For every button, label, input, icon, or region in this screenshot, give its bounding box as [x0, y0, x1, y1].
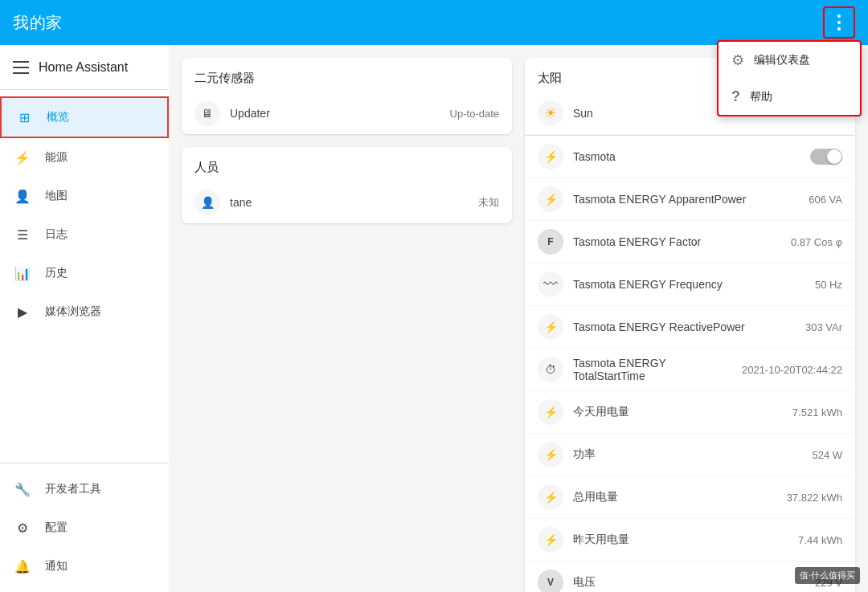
page-title: 我的家 [13, 12, 63, 34]
start-time-label: Tasmota ENERGY TotalStartTime [573, 357, 732, 382]
more-options-button[interactable] [823, 6, 855, 39]
main-layout: Home Assistant ⊞ 概览 ⚡ 能源 👤 地图 ☰ 日志 📊 历史 [0, 45, 868, 592]
reactive-power-value: 303 VAr [805, 321, 842, 333]
reactive-power-icon: ⚡ [538, 314, 563, 340]
map-icon: 👤 [13, 186, 32, 206]
energy-factor-value: 0.87 Cos φ [791, 236, 842, 248]
tane-label: tane [230, 196, 469, 209]
energy-factor-row: F Tasmota ENERGY Factor 0.87 Cos φ [525, 221, 855, 263]
sidebar-item-energy[interactable]: ⚡ 能源 [0, 138, 169, 177]
notifications-icon: 🔔 [13, 557, 32, 576]
today-energy-label: 今天用电量 [573, 405, 783, 419]
edit-dashboard-label: 编辑仪表盘 [754, 53, 810, 67]
sidebar-item-history[interactable]: 📊 历史 [0, 254, 169, 292]
sidebar-item-config[interactable]: ⚙ 配置 [0, 508, 169, 547]
sidebar-header: Home Assistant [0, 45, 169, 90]
tane-row: 👤 tane 未知 [182, 182, 512, 223]
left-column: 二元传感器 🖥 Updater Up-to-date 人员 👤 tane 未知 [182, 58, 512, 592]
help-label: 帮助 [750, 90, 772, 104]
frequency-row: 〰 Tasmota ENERGY Frequency 50 Hz [525, 263, 855, 306]
sidebar-item-media[interactable]: ▶ 媒体浏览器 [0, 292, 169, 331]
energy-label: 能源 [45, 150, 68, 165]
hamburger-button[interactable] [13, 61, 29, 74]
start-time-icon: ⏱ [538, 357, 563, 382]
gear-icon: ⚙ [731, 51, 744, 69]
edit-dashboard-item[interactable]: ⚙ 编辑仪表盘 [719, 42, 860, 79]
updater-label: Updater [230, 107, 440, 120]
config-icon: ⚙ [13, 518, 32, 537]
right-column: 太阳 ☀ Sun ⚡ Tasmota ⚡ Tasmota ENERGY Appa… [525, 58, 855, 592]
sun-icon: ☀ [538, 100, 563, 126]
power-label: 功率 [573, 447, 802, 462]
tasmota-toggle-row: ⚡ Tasmota [525, 136, 855, 178]
frequency-icon: 〰 [538, 272, 563, 297]
apparent-power-row: ⚡ Tasmota ENERGY ApparentPower 606 VA [525, 178, 855, 221]
overview-label: 概览 [47, 110, 69, 125]
sidebar-bottom: 🔧 开发者工具 ⚙ 配置 🔔 通知 [0, 463, 169, 592]
header: 我的家 ⚙ 编辑仪表盘 ? 帮助 [0, 0, 868, 45]
apparent-power-value: 606 VA [809, 194, 842, 206]
total-energy-label: 总用电量 [573, 490, 777, 504]
power-row: ⚡ 功率 524 W [525, 434, 855, 476]
voltage-icon: V [538, 570, 563, 592]
sidebar-item-notifications[interactable]: 🔔 通知 [0, 547, 169, 586]
power-value: 524 W [812, 449, 842, 461]
content-area: 二元传感器 🖥 Updater Up-to-date 人员 👤 tane 未知 [169, 45, 868, 592]
person-icon: 👤 [194, 190, 220, 215]
media-label: 媒体浏览器 [45, 304, 101, 319]
sidebar-nav: ⊞ 概览 ⚡ 能源 👤 地图 ☰ 日志 📊 历史 ▶ 媒体浏览器 [0, 90, 169, 463]
log-icon: ☰ [13, 225, 32, 244]
devtools-icon: 🔧 [13, 480, 32, 499]
total-start-time-row: ⏱ Tasmota ENERGY TotalStartTime 2021-10-… [525, 349, 855, 391]
apparent-power-icon: ⚡ [538, 186, 563, 212]
tasmota-label: Tasmota [573, 150, 800, 163]
frequency-label: Tasmota ENERGY Frequency [573, 278, 805, 291]
binary-sensor-title: 二元传感器 [182, 58, 512, 92]
today-energy-value: 7.521 kWh [792, 406, 842, 418]
sidebar-item-overview[interactable]: ⊞ 概览 [0, 96, 169, 138]
voltage-value: 229 V [815, 577, 842, 589]
sidebar: Home Assistant ⊞ 概览 ⚡ 能源 👤 地图 ☰ 日志 📊 历史 [0, 45, 169, 592]
sun-tasmota-card: 太阳 ☀ Sun ⚡ Tasmota ⚡ Tasmota ENERGY Appa… [525, 58, 855, 592]
total-energy-row: ⚡ 总用电量 37.822 kWh [525, 476, 855, 519]
sidebar-item-map[interactable]: 👤 地图 [0, 177, 169, 215]
dropdown-menu: ⚙ 编辑仪表盘 ? 帮助 [717, 40, 862, 116]
tane-status: 未知 [478, 195, 499, 210]
map-label: 地图 [45, 189, 68, 203]
total-energy-value: 37.822 kWh [787, 492, 842, 504]
reactive-power-label: Tasmota ENERGY ReactivePower [573, 320, 796, 333]
energy-icon: ⚡ [13, 148, 32, 167]
binary-sensor-card: 二元传感器 🖥 Updater Up-to-date [182, 58, 512, 134]
help-icon: ? [731, 88, 740, 105]
notifications-label: 通知 [45, 559, 68, 574]
log-label: 日志 [45, 227, 68, 242]
reactive-power-row: ⚡ Tasmota ENERGY ReactivePower 303 VAr [525, 306, 855, 349]
today-energy-icon: ⚡ [538, 399, 563, 425]
tasmota-icon: ⚡ [538, 144, 563, 169]
tasmota-toggle[interactable] [810, 149, 842, 165]
yesterday-energy-icon: ⚡ [538, 527, 563, 553]
yesterday-energy-value: 7.44 kWh [798, 534, 842, 546]
start-time-value: 2021-10-20T02:44:22 [742, 364, 842, 376]
sidebar-item-devtools[interactable]: 🔧 开发者工具 [0, 470, 169, 508]
yesterday-energy-label: 昨天用电量 [573, 533, 788, 547]
config-label: 配置 [45, 521, 68, 535]
total-energy-icon: ⚡ [538, 484, 563, 510]
history-icon: 📊 [13, 263, 32, 283]
media-icon: ▶ [13, 302, 32, 321]
power-icon: ⚡ [538, 442, 563, 467]
updater-icon: 🖥 [194, 100, 220, 126]
overview-icon: ⊞ [14, 108, 34, 127]
updater-row: 🖥 Updater Up-to-date [182, 92, 512, 134]
app-name: Home Assistant [39, 60, 128, 75]
help-item[interactable]: ? 帮助 [719, 79, 860, 115]
apparent-power-label: Tasmota ENERGY ApparentPower [573, 193, 799, 206]
yesterday-energy-row: ⚡ 昨天用电量 7.44 kWh [525, 519, 855, 561]
header-actions: ⚙ 编辑仪表盘 ? 帮助 [823, 6, 855, 39]
three-dots-icon [837, 14, 841, 31]
frequency-value: 50 Hz [815, 279, 842, 291]
today-energy-row: ⚡ 今天用电量 7.521 kWh [525, 391, 855, 434]
sidebar-item-log[interactable]: ☰ 日志 [0, 215, 169, 254]
voltage-label: 电压 [573, 575, 805, 590]
updater-value: Up-to-date [450, 108, 499, 120]
